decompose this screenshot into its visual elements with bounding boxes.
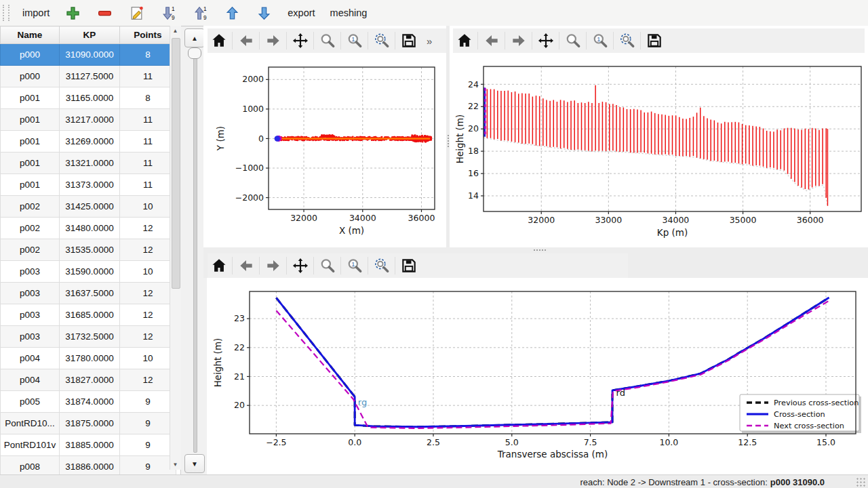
import-button[interactable]: import	[18, 3, 54, 23]
table-cell[interactable]: 9	[120, 413, 176, 434]
table-cell[interactable]: 31874.0000	[60, 391, 120, 413]
table-scrollbar[interactable]: ▲ ▼	[170, 26, 181, 470]
table-cell[interactable]: 10	[120, 196, 176, 218]
section-next-button[interactable]: ▼	[184, 454, 205, 473]
table-cell[interactable]: p003	[1, 326, 60, 348]
sort-descending-button[interactable]: 19	[155, 3, 182, 23]
add-cross-section-button[interactable]	[60, 3, 86, 23]
table-cell[interactable]: 11	[120, 109, 176, 131]
zoom-original-button[interactable]: 1	[343, 255, 366, 277]
table-cell[interactable]: 12	[120, 326, 176, 348]
table-cell[interactable]: p001	[1, 109, 60, 131]
table-cell[interactable]: 31090.0000	[60, 44, 120, 66]
save-button[interactable]	[397, 255, 420, 277]
table-cell[interactable]: 31732.5000	[60, 326, 120, 348]
table-row[interactable]: PontRD101v31885.00009	[1, 434, 176, 456]
table-cell[interactable]: 31165.0000	[60, 87, 120, 109]
section-slider-thumb[interactable]	[188, 47, 201, 59]
meshing-button[interactable]: meshing	[326, 3, 372, 23]
save-button[interactable]	[643, 30, 665, 52]
table-cell[interactable]: 12	[120, 283, 176, 304]
table-cell[interactable]: 12	[120, 239, 176, 261]
table-row[interactable]: p00131165.00008	[1, 87, 176, 109]
delete-cross-section-button[interactable]	[92, 3, 118, 23]
zoom-button[interactable]	[561, 30, 584, 52]
table-cell[interactable]: 31480.0000	[60, 218, 120, 239]
table-cell[interactable]: 8	[120, 44, 176, 66]
column-header-points[interactable]: Points	[120, 26, 176, 44]
table-row[interactable]: p00231535.000012	[1, 239, 176, 261]
table-row[interactable]: p00231425.000010	[1, 196, 176, 218]
table-cell[interactable]: 31321.0000	[60, 152, 120, 174]
home-button[interactable]	[208, 30, 230, 52]
table-cell[interactable]: 31875.0000	[60, 413, 120, 434]
table-cell[interactable]: p001	[1, 131, 60, 152]
table-row[interactable]: p00231480.000012	[1, 218, 176, 239]
pan-button[interactable]	[289, 30, 311, 52]
table-cell[interactable]: p000	[1, 44, 60, 66]
table-cell[interactable]: 10	[120, 261, 176, 283]
table-cell[interactable]: p002	[1, 196, 60, 218]
table-cell[interactable]: 31373.0000	[60, 174, 120, 196]
scrollbar-down-icon[interactable]: ▼	[172, 462, 179, 468]
back-button[interactable]	[480, 30, 502, 52]
toolbar-grip[interactable]	[3, 5, 9, 21]
sort-ascending-button[interactable]: 19	[187, 3, 214, 23]
zoom-original-button[interactable]: 1	[589, 30, 611, 52]
table-cell[interactable]: p004	[1, 348, 60, 369]
table-cell[interactable]: 11	[120, 66, 176, 87]
table-row[interactable]: p00131321.000011	[1, 152, 176, 174]
back-button[interactable]	[235, 255, 257, 277]
table-row[interactable]: p00331685.000012	[1, 304, 176, 326]
home-button[interactable]	[453, 30, 475, 52]
column-header-kp[interactable]: KP	[60, 26, 120, 44]
table-row[interactable]: p00131269.000011	[1, 131, 176, 152]
pan-button[interactable]	[534, 30, 557, 52]
table-cell[interactable]: p002	[1, 239, 60, 261]
table-cell[interactable]: PontRD101v	[1, 434, 60, 456]
table-cell[interactable]: p001	[1, 87, 60, 109]
table-row[interactable]: p00431827.000012	[1, 369, 176, 391]
move-down-button[interactable]	[251, 3, 277, 23]
edit-cross-section-button[interactable]	[123, 3, 150, 23]
table-cell[interactable]: 11	[120, 174, 176, 196]
table-cell[interactable]: p003	[1, 283, 60, 304]
zoom-fit-button[interactable]	[616, 30, 638, 52]
table-cell[interactable]: 31127.5000	[60, 66, 120, 87]
table-cell[interactable]: 12	[120, 218, 176, 239]
table-cell[interactable]: 31217.0000	[60, 109, 120, 131]
table-cell[interactable]: 31827.0000	[60, 369, 120, 391]
table-cell[interactable]: p004	[1, 369, 60, 391]
table-row[interactable]: p00331732.500012	[1, 326, 176, 348]
table-cell[interactable]: 31535.0000	[60, 239, 120, 261]
table-cell[interactable]: 31780.0000	[60, 348, 120, 369]
table-row[interactable]: p00031127.500011	[1, 66, 176, 87]
zoom-fit-button[interactable]	[370, 30, 393, 52]
table-cell[interactable]: 10	[120, 348, 176, 369]
table-cell[interactable]: 31637.5000	[60, 283, 120, 304]
longitudinal-profile-plot[interactable]: 3200033000340003500036000141618202224Kp …	[450, 53, 867, 249]
horizontal-splitter[interactable]	[203, 247, 868, 252]
table-cell[interactable]: p000	[1, 66, 60, 87]
table-cell[interactable]: p002	[1, 218, 60, 239]
table-cell[interactable]: 9	[120, 434, 176, 456]
table-cell[interactable]: 11	[120, 131, 176, 152]
table-cell[interactable]: p001	[1, 174, 60, 196]
resize-grip[interactable]	[856, 477, 865, 487]
zoom-button[interactable]	[316, 30, 338, 52]
save-button[interactable]	[397, 30, 420, 52]
table-cell[interactable]: 11	[120, 152, 176, 174]
table-row[interactable]: p00031090.00008	[1, 44, 176, 66]
table-row[interactable]: PontRD10...31875.00009	[1, 413, 176, 434]
table-cell[interactable]: 31685.0000	[60, 304, 120, 326]
table-cell[interactable]: p003	[1, 304, 60, 326]
forward-button[interactable]	[262, 30, 284, 52]
table-cell[interactable]: 12	[120, 369, 176, 391]
table-cell[interactable]: p001	[1, 152, 60, 174]
table-cell[interactable]: 31425.0000	[60, 196, 120, 218]
table-row[interactable]: p00331590.000010	[1, 261, 176, 283]
back-button[interactable]	[235, 30, 257, 52]
column-header-name[interactable]: Name	[1, 26, 60, 44]
forward-button[interactable]	[507, 30, 530, 52]
pan-button[interactable]	[289, 255, 311, 277]
